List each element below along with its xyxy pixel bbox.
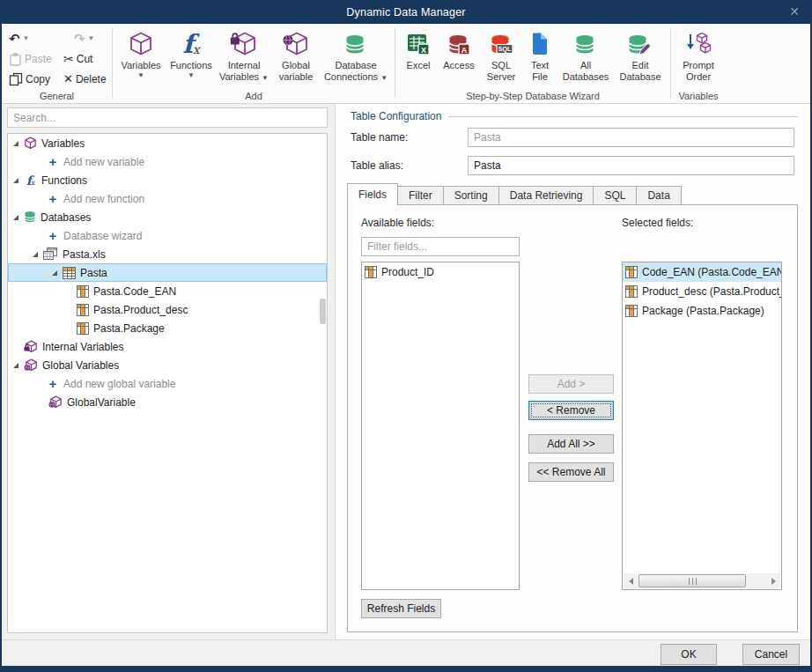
expander-icon[interactable] bbox=[13, 215, 18, 220]
field-column-icon bbox=[625, 305, 638, 317]
group-label-add: Add bbox=[113, 91, 395, 101]
ok-button[interactable]: OK bbox=[661, 644, 717, 665]
tree-item-add-new-global-variable[interactable]: + Add new global variable bbox=[8, 374, 327, 393]
copy-button[interactable]: Copy bbox=[9, 72, 63, 86]
table-configuration-panel: Table Configuration Table name: Table al… bbox=[335, 104, 810, 639]
ribbon-global-variable-button[interactable]: Global variable bbox=[271, 29, 321, 83]
all-databases-icon bbox=[574, 32, 598, 56]
global-variable-label: Global variable bbox=[274, 60, 318, 83]
expander-icon[interactable] bbox=[33, 252, 38, 257]
table-alias-input[interactable] bbox=[468, 156, 794, 175]
remove-all-button[interactable]: << Remove All bbox=[528, 462, 614, 482]
expander-icon[interactable] bbox=[52, 270, 57, 276]
tree-item-database-wizard[interactable]: + Database wizard bbox=[8, 226, 327, 245]
field-column-icon bbox=[625, 266, 638, 278]
expander-icon[interactable] bbox=[13, 363, 18, 368]
field-column-icon bbox=[77, 285, 89, 298]
list-item[interactable]: Code_EAN (Pasta.Code_EAN) bbox=[623, 262, 781, 282]
add-all-button[interactable]: Add All >> bbox=[528, 434, 614, 454]
selected-fields-list: Code_EAN (Pasta.Code_EAN) Product_desc (… bbox=[622, 262, 782, 590]
variable-cube-icon bbox=[24, 137, 37, 150]
tab-data-retrieving[interactable]: Data Retrieving bbox=[499, 186, 594, 205]
expander-icon[interactable] bbox=[13, 141, 18, 146]
functions-label: Functions bbox=[170, 60, 212, 71]
ribbon-sql-server-button[interactable]: SQL SQL Server bbox=[480, 29, 522, 83]
tab-sql[interactable]: SQL bbox=[594, 186, 637, 205]
add-button[interactable]: Add > bbox=[528, 374, 614, 394]
tab-fields[interactable]: Fields bbox=[347, 183, 398, 205]
remove-button[interactable]: < Remove bbox=[528, 401, 614, 420]
ribbon-edit-database-button[interactable]: Edit Database bbox=[614, 29, 667, 83]
excel-icon: X bbox=[407, 33, 430, 56]
tree-item-databases[interactable]: Databases bbox=[8, 208, 327, 226]
scroll-left-icon[interactable] bbox=[624, 578, 638, 585]
ribbon-variables-button[interactable]: Variables ▼ bbox=[116, 29, 166, 79]
ribbon-functions-button[interactable]: fx Functions ▼ bbox=[166, 29, 217, 79]
navigation-tree: Variables + Add new variable fx Function… bbox=[7, 133, 328, 633]
undo-button[interactable]: ↶ ▼ bbox=[9, 33, 63, 45]
ribbon-internal-variables-button[interactable]: Internal Variables ▼ bbox=[217, 29, 271, 83]
horizontal-scrollbar[interactable] bbox=[624, 573, 780, 588]
tree-item-functions[interactable]: fx Functions bbox=[8, 171, 327, 189]
titlebar: Dynamic Data Manager ✕ bbox=[0, 0, 812, 24]
section-title: Table Configuration bbox=[351, 110, 441, 122]
ribbon: ↶ ▼ ↷ ▼ Paste ✂ Cut Copy bbox=[2, 24, 810, 104]
global-variable-icon bbox=[24, 358, 38, 372]
close-icon[interactable]: ✕ bbox=[786, 4, 803, 20]
field-column-icon bbox=[77, 304, 89, 316]
tree-item-add-new-variable[interactable]: + Add new variable bbox=[8, 152, 327, 171]
table-tabs: Fields Filter Sorting Data Retrieving SQ… bbox=[347, 183, 682, 205]
selected-fields-label: Selected fields: bbox=[622, 217, 693, 229]
group-label-wizard: Step-by-Step Database Wizard bbox=[395, 91, 670, 101]
global-variable-icon bbox=[282, 31, 310, 57]
tree-item-add-new-function[interactable]: + Add new function bbox=[8, 189, 327, 208]
tree-item-pasta-product-desc[interactable]: Pasta.Product_desc bbox=[8, 300, 327, 319]
filter-fields-input[interactable] bbox=[361, 237, 520, 256]
table-name-input[interactable] bbox=[468, 128, 794, 147]
ribbon-text-file-button[interactable]: Text File bbox=[522, 29, 557, 83]
search-input[interactable] bbox=[7, 107, 328, 128]
list-item[interactable]: Package (Pasta.Package) bbox=[623, 301, 781, 321]
tab-data[interactable]: Data bbox=[637, 186, 681, 205]
chevron-down-icon: ▼ bbox=[262, 74, 269, 82]
cancel-button[interactable]: Cancel bbox=[742, 644, 800, 665]
ribbon-all-databases-button[interactable]: All Databases bbox=[557, 29, 614, 83]
tree-item-variables[interactable]: Variables bbox=[8, 134, 327, 152]
ribbon-prompt-order-button[interactable]: Prompt Order bbox=[675, 29, 722, 83]
cut-label: Cut bbox=[77, 53, 93, 65]
tab-filter[interactable]: Filter bbox=[398, 186, 444, 205]
excel-label: Excel bbox=[407, 60, 431, 71]
tree-item-pasta-xls[interactable]: Pasta.xls bbox=[8, 245, 327, 263]
variable-cube-icon bbox=[128, 31, 154, 57]
tree-scrollbar-thumb[interactable] bbox=[320, 299, 326, 324]
tree-item-pasta-package[interactable]: Pasta.Package bbox=[8, 319, 327, 337]
table-name-label: Table name: bbox=[351, 131, 408, 144]
tree-item-pasta-code-ean[interactable]: Pasta.Code_EAN bbox=[8, 282, 327, 300]
list-item[interactable]: Product_ID bbox=[362, 262, 519, 282]
chevron-down-icon: ▼ bbox=[23, 34, 30, 42]
chevron-down-icon: ▼ bbox=[137, 72, 144, 79]
delete-label: Delete bbox=[76, 73, 107, 85]
edit-database-label: Edit Database bbox=[615, 60, 666, 83]
list-item[interactable]: Product_desc (Pasta.Product_ bbox=[623, 282, 781, 301]
tree-item-pasta-table[interactable]: Pasta bbox=[8, 263, 327, 282]
redo-icon: ↷ bbox=[74, 33, 85, 45]
tree-item-globalvariable[interactable]: GlobalVariable bbox=[8, 393, 327, 411]
refresh-fields-button[interactable]: Refresh Fields bbox=[361, 599, 441, 618]
field-column-icon bbox=[625, 285, 638, 298]
scrollbar-thumb[interactable] bbox=[639, 574, 746, 587]
function-fx-icon: fx bbox=[182, 32, 199, 56]
expander-icon[interactable] bbox=[13, 178, 18, 183]
paste-button[interactable]: Paste bbox=[9, 52, 63, 66]
tree-item-global-variables[interactable]: Global Variables bbox=[8, 356, 327, 374]
tab-sorting[interactable]: Sorting bbox=[444, 186, 499, 205]
table-icon bbox=[63, 267, 76, 279]
ribbon-access-button[interactable]: A Access bbox=[438, 29, 480, 71]
available-fields-label: Available fields: bbox=[361, 217, 434, 229]
ribbon-database-connections-button[interactable]: Database Connections ▼ bbox=[321, 29, 391, 83]
plus-icon: + bbox=[47, 230, 59, 242]
tree-item-internal-variables[interactable]: Internal Variables bbox=[8, 337, 327, 356]
scroll-right-icon[interactable] bbox=[766, 578, 780, 585]
undo-icon: ↶ bbox=[9, 33, 20, 45]
ribbon-excel-button[interactable]: X Excel bbox=[399, 29, 438, 71]
